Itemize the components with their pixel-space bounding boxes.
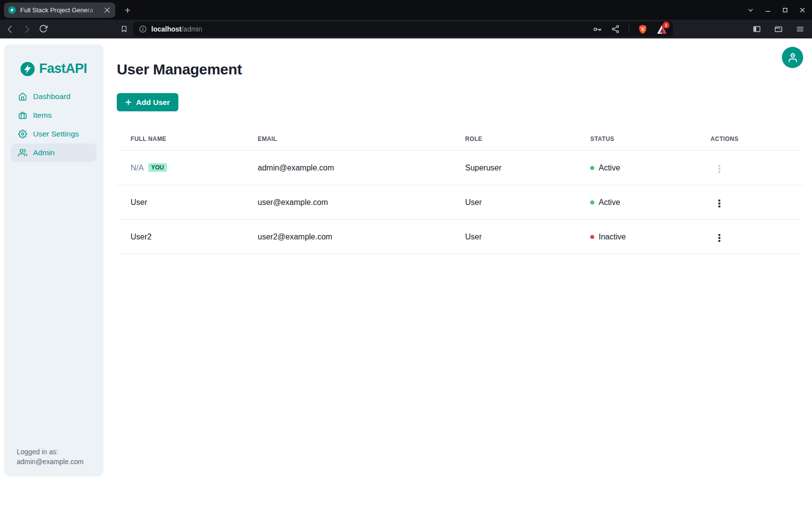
status-text: Active [599, 164, 620, 172]
fastapi-logo[interactable]: FastAPI [4, 44, 103, 76]
column-header-full-name: FULL NAME [117, 125, 258, 151]
cell-actions [710, 185, 803, 220]
page-title: User Management [117, 61, 803, 78]
sidebar-item-label: Admin [33, 148, 55, 157]
column-header-status: STATUS [590, 125, 710, 151]
full-name-text: User [131, 198, 147, 206]
cell-role: User [465, 185, 590, 220]
new-tab-button[interactable]: + [121, 4, 134, 17]
brave-rewards-icon[interactable]: 1 [656, 24, 667, 34]
status-text: Active [599, 198, 620, 207]
users-table: FULL NAME EMAIL ROLE STATUS ACTIONS N/AY… [117, 125, 803, 254]
sidebar-item-label: Dashboard [33, 92, 70, 101]
share-icon[interactable] [611, 25, 620, 34]
sidebar-nav: Dashboard Items User Settings [4, 87, 103, 162]
fastapi-bolt-icon [8, 6, 16, 14]
users-icon [18, 148, 27, 157]
cell-full-name: User2 [117, 220, 258, 254]
rewards-badge: 1 [663, 22, 670, 29]
sidebar-item-user-settings[interactable]: User Settings [11, 125, 97, 143]
browser-tab[interactable]: Full Stack Project Genera [4, 2, 115, 18]
app-page: FastAPI Dashboard Items [0, 38, 812, 505]
wallet-icon[interactable] [773, 23, 784, 35]
back-icon[interactable] [4, 23, 16, 35]
cell-full-name: N/AYOU [117, 151, 258, 185]
url-host: localhost [151, 25, 181, 33]
logged-in-label: Logged in as: [17, 447, 84, 457]
sidebar-item-items[interactable]: Items [11, 106, 97, 125]
site-info-icon[interactable] [139, 25, 147, 33]
fastapi-bolt-icon [20, 62, 35, 76]
cell-status: Inactive [590, 220, 710, 254]
bookmark-icon[interactable] [118, 23, 130, 35]
brave-shield-icon[interactable] [638, 24, 647, 34]
table-header-row: FULL NAME EMAIL ROLE STATUS ACTIONS [117, 125, 803, 151]
add-user-button[interactable]: Add User [117, 93, 178, 111]
status-dot [590, 166, 594, 170]
gear-icon [18, 130, 27, 138]
column-header-role: ROLE [465, 125, 590, 151]
browser-window: Full Stack Project Genera + [0, 0, 812, 505]
url-path: /admin [181, 25, 202, 33]
table-row: User2 user2@example.com User Inactive [117, 220, 803, 254]
cell-status: Active [590, 151, 710, 185]
row-actions-menu-icon[interactable] [715, 162, 723, 176]
logged-in-info: Logged in as: admin@example.com [17, 447, 84, 467]
table-row: N/AYOU admin@example.com Superuser Activ… [117, 151, 803, 185]
forward-icon[interactable] [21, 23, 33, 35]
key-icon[interactable] [593, 25, 602, 34]
cell-full-name: User [117, 185, 258, 220]
maximize-icon[interactable] [781, 6, 789, 14]
minimize-icon[interactable] [764, 6, 772, 14]
full-name-text: N/A [131, 164, 144, 172]
sidebar-item-admin[interactable]: Admin [11, 143, 97, 162]
logged-in-email: admin@example.com [17, 457, 84, 467]
tab-title: Full Stack Project Genera [20, 6, 99, 14]
logo-text: FastAPI [39, 61, 87, 76]
you-badge: YOU [148, 163, 167, 172]
url-text: localhost/admin [151, 25, 203, 33]
tab-search-icon[interactable] [746, 6, 754, 14]
sidebar-item-label: User Settings [33, 130, 79, 138]
home-icon [18, 92, 27, 101]
column-header-email: EMAIL [258, 125, 465, 151]
briefcase-icon [18, 111, 27, 120]
cell-email: user@example.com [258, 185, 465, 220]
status-dot [590, 201, 594, 204]
sidebar-panel-icon[interactable] [751, 23, 763, 35]
plus-icon [125, 99, 132, 105]
close-tab-icon[interactable] [102, 6, 111, 15]
url-bar[interactable]: localhost/admin [133, 22, 673, 36]
cell-email: user2@example.com [258, 220, 465, 254]
sidebar-item-dashboard[interactable]: Dashboard [11, 87, 97, 106]
cell-actions [710, 151, 803, 185]
sidebar-item-label: Items [33, 111, 52, 120]
main-content: User Management Add User FULL NAME EMAIL… [117, 38, 803, 254]
cell-status: Active [590, 185, 710, 220]
reload-icon[interactable] [37, 23, 49, 35]
divider [629, 25, 629, 33]
column-header-actions: ACTIONS [710, 125, 803, 151]
full-name-text: User2 [131, 233, 152, 241]
cell-email: admin@example.com [258, 151, 465, 185]
status-text: Inactive [599, 233, 626, 241]
table-row: User user@example.com User Active [117, 185, 803, 220]
window-controls [746, 0, 806, 20]
cell-role: Superuser [465, 151, 590, 185]
add-user-label: Add User [136, 98, 170, 107]
tab-strip: Full Stack Project Genera + [0, 0, 812, 20]
cell-role: User [465, 220, 590, 254]
browser-toolbar: localhost/admin [0, 20, 812, 38]
cell-actions [710, 220, 803, 254]
row-actions-menu-icon[interactable] [715, 231, 723, 245]
close-window-icon[interactable] [798, 6, 806, 14]
status-dot [590, 235, 594, 239]
sidebar: FastAPI Dashboard Items [4, 44, 103, 476]
hamburger-menu-icon[interactable] [794, 23, 806, 35]
row-actions-menu-icon[interactable] [715, 197, 723, 210]
